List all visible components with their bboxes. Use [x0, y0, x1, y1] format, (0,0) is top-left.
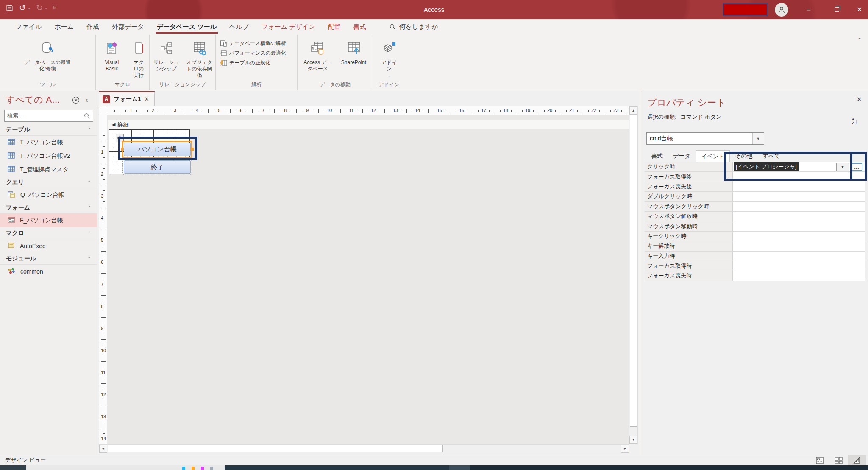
property-sheet-close-icon[interactable]: ✕: [857, 95, 862, 104]
section-collapse-icon: ◀: [111, 122, 115, 127]
ribbon-tab-ヘルプ[interactable]: ヘルプ: [223, 19, 255, 35]
property-row-マウスボタン解放時[interactable]: マウスボタン解放時: [645, 212, 865, 221]
vertical-scrollbar[interactable]: ▲ ▼: [629, 106, 638, 444]
nav-section-マクロ[interactable]: マクロ⌃: [0, 227, 97, 239]
property-row-マウスボタンクリック時[interactable]: マウスボタンクリック時: [645, 202, 865, 212]
horizontal-scroll-thumb[interactable]: [108, 445, 443, 452]
property-row-キークリック時[interactable]: キークリック時: [645, 232, 865, 241]
nav-section-モジュール[interactable]: モジュール⌃: [0, 253, 97, 265]
property-value[interactable]: [733, 252, 865, 261]
ribbon-tab-データベース ツール[interactable]: データベース ツール: [150, 19, 223, 35]
table-icon: [8, 139, 15, 146]
property-row-フォーカス取得時[interactable]: フォーカス取得時: [645, 261, 865, 271]
group-label-move-data: データの移動: [298, 80, 373, 90]
document-tab-form1[interactable]: A フォーム1 ✕: [99, 91, 155, 106]
property-value[interactable]: [733, 182, 865, 191]
nav-item-T_パソコン台帳V2[interactable]: T_パソコン台帳V2: [0, 149, 97, 163]
sharepoint-button[interactable]: SharePoint: [337, 37, 371, 66]
taskbar-app-icon[interactable]: [192, 467, 195, 470]
property-row-マウスボタン移動時[interactable]: マウスボタン移動時: [645, 221, 865, 231]
addins-button[interactable]: アドイン⌄: [376, 37, 402, 79]
combo-dropdown-icon[interactable]: ▼: [752, 133, 764, 144]
scroll-left-icon[interactable]: ◄: [99, 445, 107, 453]
property-row-キー入力時[interactable]: キー入力時: [645, 252, 865, 261]
property-row-フォーカス喪失時[interactable]: フォーカス喪失時: [645, 271, 865, 281]
layout-view-button[interactable]: [829, 455, 848, 465]
property-label: マウスボタン解放時: [645, 212, 733, 221]
compact-repair-icon: [40, 39, 56, 58]
compact-repair-database-button[interactable]: データベースの最適化/修復: [20, 37, 75, 72]
ribbon-tab-外部データ[interactable]: 外部データ: [106, 19, 150, 35]
command-button-exit[interactable]: 終了: [124, 160, 191, 174]
object-dependencies-button[interactable]: オブジェクトの依存関係: [184, 37, 215, 78]
nav-menu-icon[interactable]: [72, 96, 80, 105]
ribbon-tab-ホーム[interactable]: ホーム: [48, 19, 80, 35]
analyze-table-button[interactable]: テーブルの正規化: [220, 59, 286, 67]
property-row-キー解放時[interactable]: キー解放時: [645, 241, 865, 251]
nav-item-T_パソコン台帳[interactable]: T_パソコン台帳: [0, 136, 97, 149]
property-value[interactable]: [733, 271, 865, 280]
nav-section-フォーム[interactable]: フォーム⌃: [0, 202, 97, 214]
nav-item-Q_パソコン台帳[interactable]: Q_パソコン台帳: [0, 188, 97, 202]
ribbon-tab-作成[interactable]: 作成: [80, 19, 106, 35]
horizontal-scrollbar[interactable]: ◄ ►: [99, 444, 629, 453]
nav-item-F_パソコン台帳[interactable]: F_パソコン台帳: [0, 214, 97, 227]
taskbar-app-icon[interactable]: [182, 467, 185, 470]
shutter-close-icon[interactable]: ‹: [86, 96, 88, 104]
windows-taskbar[interactable]: [0, 465, 868, 470]
sort-az-icon[interactable]: AZ↓: [852, 116, 861, 127]
vertical-scroll-thumb[interactable]: [630, 115, 637, 427]
property-row-ダブルクリック時[interactable]: ダブルクリック時: [645, 192, 865, 201]
property-tab-書式[interactable]: 書式: [646, 150, 668, 162]
detail-section-bar[interactable]: ◀ 詳細: [108, 120, 629, 129]
nav-section-クエリ[interactable]: クエリ⌃: [0, 176, 97, 188]
object-selector-combo[interactable]: cmd台帳 ▼: [646, 132, 764, 145]
tell-me-search[interactable]: 何をしますか: [389, 23, 438, 31]
nav-item-common[interactable]: common: [0, 265, 97, 278]
macro-icon: [8, 242, 15, 250]
ribbon-group-tools: データベースの最適化/修復 ツール: [0, 35, 96, 90]
visual-basic-button[interactable]: Visual Basic: [96, 37, 128, 72]
ribbon-tab-ファイル[interactable]: ファイル: [9, 19, 48, 35]
restore-icon: [835, 7, 839, 12]
relationships-button[interactable]: リレーションシップ: [150, 37, 183, 72]
design-view-button[interactable]: [848, 455, 866, 465]
scroll-down-icon[interactable]: ▼: [629, 436, 637, 444]
minimize-button[interactable]: –: [796, 0, 821, 19]
property-value[interactable]: [733, 232, 865, 241]
nav-item-T_管理拠点マスタ[interactable]: T_管理拠点マスタ: [0, 163, 97, 176]
scroll-up-icon[interactable]: ▲: [629, 106, 637, 115]
analyze-database-structure-button[interactable]: データベース構造の解析: [220, 40, 286, 47]
form-design-surface[interactable]: ◀ 詳細 パソコン台帳 終了: [107, 115, 629, 444]
nav-pane-title[interactable]: すべての A...: [6, 94, 60, 106]
ribbon-tab-配置[interactable]: 配置: [322, 19, 347, 35]
property-value[interactable]: [733, 202, 865, 211]
property-value[interactable]: [733, 212, 865, 221]
collapse-caret-icon: ⌃: [88, 180, 91, 185]
property-value[interactable]: [733, 261, 865, 271]
tab-close-icon[interactable]: ✕: [145, 96, 149, 102]
nav-section-テーブル[interactable]: テーブル⌃: [0, 124, 97, 136]
property-value[interactable]: [733, 221, 865, 231]
analyze-performance-button[interactable]: パフォーマンスの最適化: [220, 50, 286, 57]
ribbon-tab-書式[interactable]: 書式: [347, 19, 373, 35]
taskbar-app-icon[interactable]: [210, 467, 213, 470]
nav-item-AutoExec[interactable]: AutoExec: [0, 239, 97, 253]
property-label: フォーカス取得後: [645, 172, 733, 181]
run-macro-button[interactable]: マクロの実行: [128, 37, 149, 78]
property-value[interactable]: [733, 192, 865, 201]
ribbon-tab-フォーム デザイン[interactable]: フォーム デザイン: [255, 19, 322, 35]
property-row-フォーカス喪失後[interactable]: フォーカス喪失後: [645, 182, 865, 192]
taskbar-app-icon[interactable]: [201, 467, 204, 470]
close-button[interactable]: ✕: [851, 0, 868, 19]
account-avatar[interactable]: [775, 3, 788, 17]
property-value[interactable]: [733, 241, 865, 251]
restore-button[interactable]: [824, 0, 849, 19]
visual-basic-icon: [105, 39, 119, 58]
scroll-right-icon[interactable]: ►: [621, 445, 629, 453]
collapse-ribbon-icon[interactable]: ⌃: [851, 35, 868, 90]
property-tab-データ[interactable]: データ: [668, 150, 696, 162]
form-view-button[interactable]: [810, 455, 829, 465]
nav-search-box[interactable]: 検索...: [4, 110, 93, 122]
access-database-button[interactable]: Access データベース: [300, 37, 336, 72]
